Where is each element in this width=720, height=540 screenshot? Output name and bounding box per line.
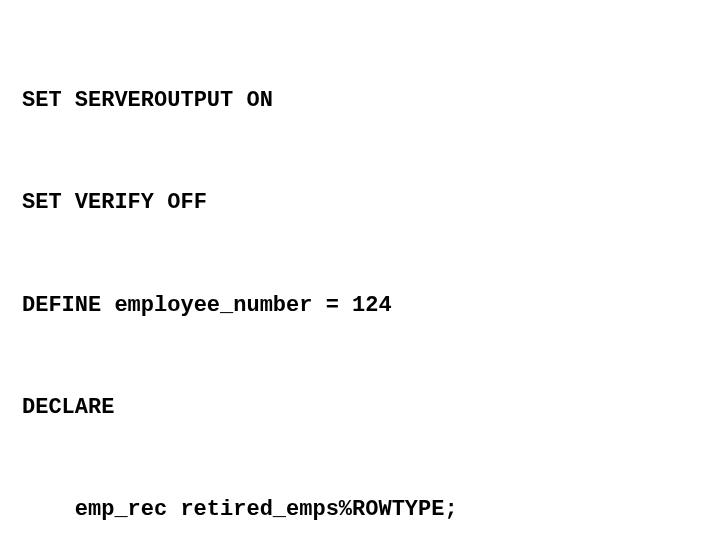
plsql-code-block: SET SERVEROUTPUT ON SET VERIFY OFF DEFIN… <box>22 16 698 540</box>
code-line: SET VERIFY OFF <box>22 186 698 220</box>
code-line: SET SERVEROUTPUT ON <box>22 84 698 118</box>
code-line: emp_rec retired_emps%ROWTYPE; <box>22 493 698 527</box>
code-line: DECLARE <box>22 391 698 425</box>
code-line: DEFINE employee_number = 124 <box>22 289 698 323</box>
